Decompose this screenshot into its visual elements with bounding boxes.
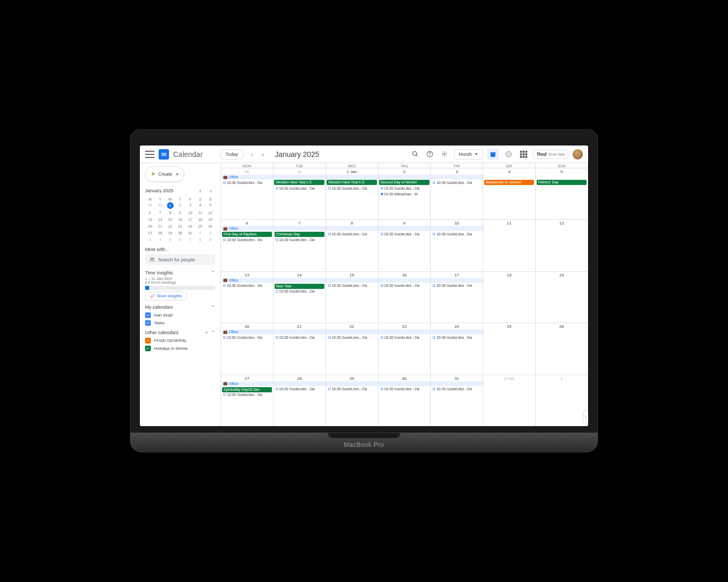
day-cell[interactable]: 2810:30 GuideLites - Da: [274, 375, 326, 426]
day-cell[interactable]: 1510:30 GuideLites - Da: [326, 272, 379, 323]
day-cell[interactable]: 7Christmas Day10:30 GuideLites - Da: [274, 220, 326, 271]
event-item[interactable]: 10:30 GuideLites - Da: [327, 283, 377, 288]
mini-day[interactable]: 29: [165, 230, 175, 236]
event-item[interactable]: 10:30 GuideLites - Da: [275, 186, 324, 191]
main-menu-icon[interactable]: [145, 151, 154, 158]
day-cell[interactable]: 2010:30 GuideLites - Da: [221, 323, 274, 374]
event-item[interactable]: 10:30 GuideLites - Da: [327, 186, 377, 191]
day-cell[interactable]: 11: [483, 220, 536, 271]
mini-day[interactable]: 21: [155, 223, 165, 229]
event-item[interactable]: 10:30 GuideLites - Da: [222, 335, 272, 340]
day-cell[interactable]: 1610:30 GuideLites - Da: [379, 272, 431, 323]
event-chip[interactable]: Spirituality Day/St Sav: [222, 387, 272, 392]
mini-day[interactable]: 1: [195, 230, 205, 236]
mini-day[interactable]: 31: [155, 202, 165, 209]
day-cell[interactable]: 2310:30 GuideLites - Da: [379, 323, 431, 374]
account-avatar[interactable]: [573, 149, 583, 160]
day-cell[interactable]: 25: [483, 323, 536, 374]
mini-day[interactable]: 22: [165, 223, 175, 229]
chevron-up-icon[interactable]: ⌃: [211, 330, 215, 335]
mini-day[interactable]: 5: [205, 202, 215, 209]
event-item[interactable]: 10:30 GuideLites - Da: [380, 231, 430, 236]
mini-day[interactable]: 7: [155, 210, 165, 216]
mini-day[interactable]: 4: [155, 237, 165, 243]
day-cell[interactable]: 310:30 GuideLites - Da: [431, 168, 483, 219]
mini-day[interactable]: 14: [155, 217, 165, 222]
mini-day[interactable]: 5: [165, 237, 175, 243]
event-item[interactable]: 10:30 GuideLites - Da: [222, 283, 272, 288]
mini-day[interactable]: 25: [195, 223, 205, 229]
event-item[interactable]: 10:30 GuideLites - Da: [327, 335, 377, 340]
mini-day[interactable]: 3: [145, 237, 155, 243]
ffwd-badge[interactable]: ffwdSmart Daily: [533, 150, 568, 159]
mini-day[interactable]: 31: [185, 230, 195, 236]
event-item[interactable]: 10:30 GuideLites - Da: [275, 289, 324, 294]
mini-day[interactable]: 8: [165, 210, 175, 216]
day-cell[interactable]: 4: [483, 168, 536, 219]
mini-day[interactable]: 15: [165, 217, 175, 222]
next-month-icon[interactable]: ›: [258, 150, 268, 159]
mini-next-icon[interactable]: ›: [206, 186, 215, 195]
tasks-view-button[interactable]: [503, 149, 514, 160]
mini-day[interactable]: 23: [175, 223, 185, 229]
day-cell[interactable]: 810:30 GuideLites - Da: [326, 220, 379, 271]
day-cell[interactable]: 1 Feb: [483, 375, 536, 426]
mini-day[interactable]: 17: [185, 217, 195, 222]
add-calendar-icon[interactable]: +: [205, 330, 208, 335]
mini-day[interactable]: 8: [195, 237, 205, 243]
calendar-checkbox[interactable]: ✓: [145, 320, 151, 326]
people-search[interactable]: Search for people: [145, 254, 215, 265]
more-insights-button[interactable]: 📈More insights: [145, 292, 187, 300]
event-item[interactable]: 10:30 GuideLites - Da: [327, 231, 377, 236]
view-selector[interactable]: Month▼: [454, 149, 484, 160]
settings-icon[interactable]: [439, 149, 450, 160]
mini-day[interactable]: 18: [195, 217, 205, 222]
mini-day[interactable]: 7: [185, 237, 195, 243]
day-cell[interactable]: 3010:30 GuideLites - Da: [221, 168, 274, 219]
calendar-item[interactable]: ✓FFWD GENERAL: [145, 337, 215, 345]
event-item[interactable]: 10:30 GuideLites - Da: [275, 335, 324, 340]
mini-day[interactable]: 1: [167, 202, 174, 209]
day-cell[interactable]: 2110:30 GuideLites - Da: [274, 323, 326, 374]
mini-day[interactable]: 12: [205, 210, 215, 216]
day-cell[interactable]: 6First Day of Baptism10:30 GuideLites - …: [221, 220, 274, 271]
day-cell[interactable]: 1310:30 GuideLites - Da: [221, 272, 274, 323]
mini-day[interactable]: 16: [175, 217, 185, 222]
mini-day[interactable]: 24: [185, 223, 195, 229]
event-item[interactable]: 10:30 GuideLites - Da: [222, 392, 272, 398]
day-cell[interactable]: 5: [536, 168, 588, 219]
event-chip[interactable]: New Year: [275, 284, 324, 289]
mini-day[interactable]: 27: [145, 230, 155, 236]
day-cell[interactable]: 1710:30 GuideLites - Da: [431, 272, 483, 323]
day-cell[interactable]: 3110:30 GuideLites - Da: [431, 375, 483, 426]
calendar-item[interactable]: ✓Ivan Stojić: [145, 311, 215, 319]
apps-grid-icon[interactable]: [518, 149, 529, 160]
my-calendars-header[interactable]: My calendars⌃: [145, 305, 215, 310]
today-button[interactable]: Today: [220, 149, 243, 160]
mini-day[interactable]: 2: [205, 230, 215, 236]
day-cell[interactable]: 18: [483, 272, 536, 323]
day-cell[interactable]: 19: [536, 272, 588, 323]
calendar-view-button[interactable]: [487, 149, 499, 160]
event-item[interactable]: 10:30 GuideLites - Da: [380, 387, 430, 392]
other-calendars-header[interactable]: Other calendars +⌃: [145, 330, 215, 335]
event-item[interactable]: 10:30 GuideLites - Da: [380, 283, 430, 288]
mini-day[interactable]: 6: [145, 210, 155, 216]
search-icon[interactable]: [410, 149, 421, 160]
mini-day[interactable]: 4: [195, 202, 205, 209]
event-chip[interactable]: Christmas Day: [275, 232, 324, 237]
calendar-checkbox[interactable]: ✓: [145, 346, 151, 351]
day-cell[interactable]: 2: [536, 375, 588, 426]
mini-day[interactable]: 6: [175, 237, 185, 243]
calendar-item[interactable]: ✓Tasks: [145, 319, 215, 327]
day-cell[interactable]: 1010:30 GuideLites - Da: [431, 220, 483, 271]
time-insights-header[interactable]: Time Insights⌃: [145, 270, 215, 275]
create-button[interactable]: + Create ▼: [145, 166, 185, 182]
event-item[interactable]: 14:30 Milica/Ivan - M: [380, 191, 430, 196]
mini-day[interactable]: 11: [195, 210, 205, 216]
event-item[interactable]: 10:30 GuideLites - Da: [432, 335, 482, 340]
minicalendar-grid[interactable]: MTWTFSS303112345678910111213141516171819…: [145, 197, 215, 243]
day-cell[interactable]: 210:30 GuideLites - Da14:30 Milica/Ivan …: [379, 168, 431, 219]
day-cell[interactable]: 26: [536, 323, 588, 374]
day-cell[interactable]: 3010:30 GuideLites - Da: [379, 375, 431, 426]
